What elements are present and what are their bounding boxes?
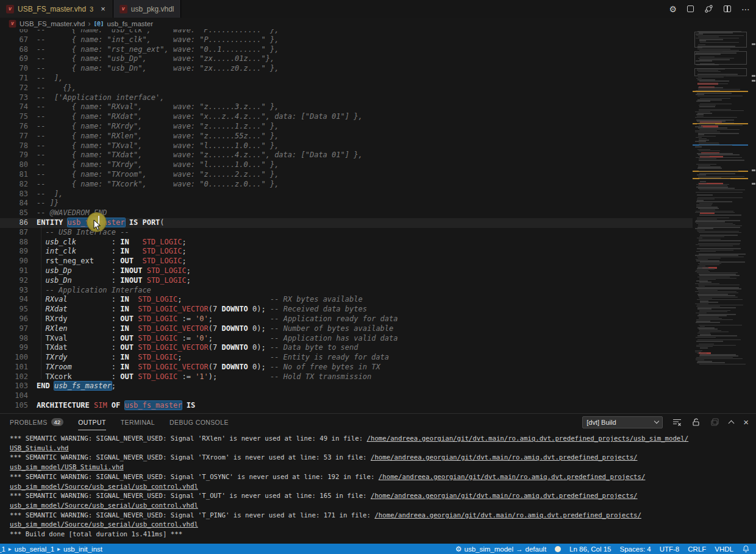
project-status[interactable]: ⚙ usb_sim_model → default [455, 545, 546, 553]
line-number: 82 [0, 180, 28, 190]
output-line: usb_sim_model/Source/usb_serial/usb_cont… [10, 520, 756, 530]
hierarchy-crumb[interactable]: usb_serial_1 [15, 545, 54, 553]
breadcrumb-file[interactable]: USB_FS_master.vhd [20, 20, 85, 27]
tab-terminal[interactable]: TERMINAL [121, 414, 155, 430]
code-line: 96 RXrdy : OUT STD_LOGIC := '0'; -- Appl… [0, 314, 693, 324]
compare-changes-icon[interactable] [704, 4, 713, 13]
tab-debug-console[interactable]: DEBUG CONSOLE [169, 414, 229, 430]
output-log: *** SEMANTIC WARNING: SIGNAL_NEVER_USED:… [0, 430, 756, 544]
chevron-right-icon: › [88, 20, 90, 28]
tab-bar: v USB_FS_master.vhd 3 × v usb_pkg.vhdl ⚙… [0, 0, 756, 18]
line-number: 69 [0, 54, 28, 64]
clear-faded-icon[interactable] [710, 417, 719, 427]
line-number: 102 [0, 372, 28, 382]
output-file-link[interactable]: usb_sim_model/USB_Stimuli.vhd [10, 463, 124, 471]
line-number: 87 [0, 228, 28, 238]
design-hierarchy-path[interactable]: _1▸usb_serial_1▸usb_init_inst [0, 545, 102, 553]
code-line: 87 -- USB Interface -- [0, 228, 693, 238]
line-number: 92 [0, 276, 28, 286]
line-number: 68 [0, 45, 28, 55]
output-line: USB_Stimuli.vhd [10, 444, 756, 453]
hierarchy-crumb[interactable]: usb_init_inst [63, 545, 102, 553]
vhdl-file-icon: v [119, 5, 127, 13]
code-line: 69-- { name: "usb_Dp", wave: "zx.....01z… [0, 54, 693, 64]
bottom-panel: PROBLEMS 42 OUTPUT TERMINAL DEBUG CONSOL… [0, 413, 756, 544]
line-number: 95 [0, 305, 28, 314]
entity-symbol-icon: [@] [93, 20, 104, 27]
breadcrumb-symbol[interactable]: usb_fs_master [107, 20, 153, 27]
tab-problems-badge: 3 [90, 5, 93, 13]
hierarchy-crumb[interactable]: _1 [0, 545, 5, 553]
vscode-window: v USB_FS_master.vhd 3 × v usb_pkg.vhdl ⚙… [0, 0, 756, 554]
output-file-link[interactable]: /home/andreea.georgian/git/dvt.main/ro.a… [371, 453, 638, 461]
panel-tab-label: DEBUG CONSOLE [169, 419, 229, 426]
line-number: 98 [0, 334, 28, 344]
line-number: 78 [0, 141, 28, 151]
vhdl-file-icon: v [6, 5, 14, 13]
clear-output-icon[interactable] [672, 417, 682, 427]
build-target: default [526, 545, 547, 553]
code-line: 71-- ], [0, 74, 693, 83]
output-file-link[interactable]: /home/andreea.georgian/git/dvt.main/ro.a… [371, 492, 638, 500]
output-file-link[interactable]: usb_sim_model/Source/usb_serial/usb_cont… [10, 520, 198, 528]
code-editor[interactable]: 66-- { name: "usb_clk", wave: "P........… [0, 29, 756, 413]
status-bar: _1▸usb_serial_1▸usb_init_inst ⚙ usb_sim_… [0, 544, 756, 554]
output-text: *** SEMANTIC WARNING: SIGNAL_NEVER_USED:… [10, 492, 371, 500]
output-file-link[interactable]: /home/andreea.georgian/git/dvt.main/ro.a… [374, 511, 641, 519]
tab-label: USB_FS_master.vhd [18, 5, 86, 13]
line-number: 100 [0, 353, 28, 363]
cursor-position[interactable]: Ln 86, Col 15 [569, 545, 611, 553]
minimap[interactable] [693, 29, 751, 371]
line-number: 76 [0, 122, 28, 132]
indent-guide [41, 227, 41, 379]
eol-setting[interactable]: CRLF [688, 545, 706, 553]
output-file-link[interactable]: /home/andreea.georgian/git/dvt.main/ro.a… [367, 435, 689, 442]
output-line: *** Build done [total duration 1s.411ms]… [10, 530, 756, 539]
mouse-pointer-icon [93, 219, 102, 232]
split-editor-icon[interactable] [724, 5, 731, 12]
code-line: 82-- { name: "TXcork", wave: "0......z.0… [0, 180, 693, 190]
output-line: usb_sim_model/Source/usb_serial/usb_cont… [10, 482, 756, 492]
tab-problems[interactable]: PROBLEMS 42 [10, 414, 63, 430]
output-line: *** SEMANTIC WARNING: SIGNAL_NEVER_USED:… [10, 491, 756, 501]
code-line: 66-- { name: "usb_clk", wave: "P........… [0, 29, 693, 35]
code-line: 92 usb_Dn : INOUT STD_LOGIC; [0, 276, 693, 286]
line-number: 103 [0, 382, 28, 391]
notifications-bell-icon[interactable] [742, 545, 750, 553]
settings-gear-icon[interactable]: ⚙ [669, 5, 677, 13]
code-line: 72-- {}, [0, 83, 693, 93]
status-circle-icon[interactable] [555, 546, 561, 552]
triangle-sep-icon: ▸ [9, 545, 12, 552]
overview-ruler[interactable] [751, 29, 756, 413]
tab-label: usb_pkg.vhdl [131, 5, 174, 13]
close-panel-icon[interactable]: × [743, 417, 749, 427]
more-actions-icon[interactable]: ⋯ [741, 5, 750, 13]
code-line: 70-- { name: "usb_Dn", wave: "zx....z0.z… [0, 64, 693, 74]
maximize-panel-icon[interactable] [729, 421, 735, 427]
line-number: 73 [0, 93, 28, 103]
code-line: 84-- ]} [0, 199, 693, 208]
output-file-link[interactable]: usb_sim_model/Source/usb_serial/usb_cont… [10, 502, 198, 510]
line-number: 94 [0, 295, 28, 305]
line-number: 81 [0, 170, 28, 180]
output-file-link[interactable]: /home/andreea.georgian/git/dvt.main/ro.a… [379, 473, 646, 481]
indentation-setting[interactable]: Spaces: 4 [620, 545, 651, 553]
output-channel-select[interactable]: [dvt] Build [582, 416, 663, 428]
tab-usb-fs-master[interactable]: v USB_FS_master.vhd 3 × [0, 0, 113, 18]
layout-box-icon[interactable] [687, 5, 694, 12]
panel-tab-label: TERMINAL [121, 419, 155, 426]
editor-actions: ⚙ ⋯ [669, 0, 750, 18]
output-file-link[interactable]: USB_Stimuli.vhd [10, 444, 69, 452]
unlock-icon[interactable] [691, 417, 701, 427]
language-mode[interactable]: VHDL [715, 545, 733, 553]
gear-icon: ⚙ [455, 545, 462, 553]
output-file-link[interactable]: usb_sim_model/Source/usb_serial/usb_cont… [10, 483, 198, 491]
encoding-setting[interactable]: UTF-8 [660, 545, 680, 553]
triangle-sep-icon: ▸ [57, 545, 60, 552]
code-line: 89 int_clk : IN STD_LOGIC; [0, 247, 693, 257]
code-line: 97 RXlen : IN STD_LOGIC_VECTOR(7 DOWNTO … [0, 324, 693, 334]
tab-usb-pkg[interactable]: v usb_pkg.vhdl [113, 0, 181, 18]
tab-output[interactable]: OUTPUT [78, 414, 106, 430]
close-tab-icon[interactable]: × [99, 4, 107, 13]
problems-count-badge: 42 [51, 418, 64, 426]
